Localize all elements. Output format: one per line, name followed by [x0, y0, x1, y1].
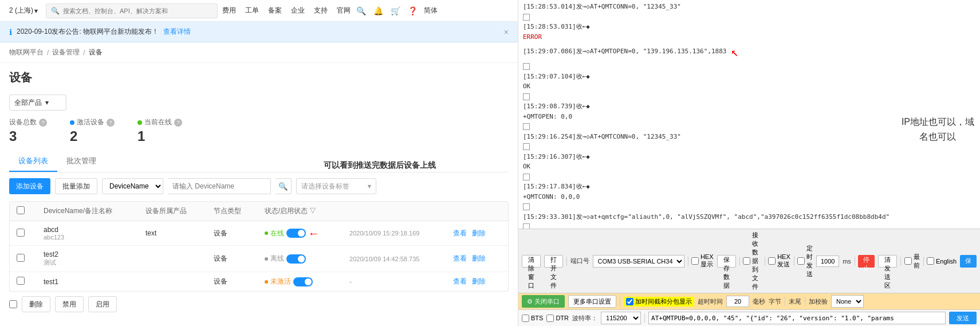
row2-view-link[interactable]: 查看: [453, 254, 467, 262]
row3-checkbox[interactable]: [17, 277, 25, 285]
timestamp-checkbox[interactable]: [626, 298, 633, 305]
nav-support[interactable]: 支持: [314, 6, 328, 15]
product-filter-label: 全部产品: [14, 98, 42, 108]
terminal-line: [15:29:08.739]收←◆: [523, 102, 975, 112]
divider12: [644, 313, 645, 323]
port-select[interactable]: COM3 USB-SERIAL CH340: [593, 255, 684, 268]
breadcrumb-device-mgmt[interactable]: 设备管理: [52, 48, 80, 57]
hex-send-label: HEX发送: [777, 253, 790, 269]
product-filter[interactable]: 全部产品 ▾: [9, 95, 66, 111]
receive-file-checkbox[interactable]: [743, 257, 750, 265]
search-field-select[interactable]: DeviceName: [102, 178, 163, 194]
nav-fees[interactable]: 费用: [222, 6, 236, 15]
send-content-input[interactable]: [648, 312, 946, 324]
toggle-row3[interactable]: [293, 277, 313, 286]
row1-view-link[interactable]: 查看: [453, 229, 467, 237]
check-type-select[interactable]: None: [831, 295, 864, 308]
tab-batch-mgmt[interactable]: 批次管理: [57, 151, 105, 172]
english-checkbox[interactable]: [927, 257, 934, 265]
stat-total-info[interactable]: ?: [39, 119, 47, 127]
row3-status: 未激活: [258, 272, 343, 292]
stat-online-value: 1: [137, 128, 182, 144]
row3-delete-link[interactable]: 删除: [472, 277, 486, 285]
search-input[interactable]: [63, 7, 212, 14]
nav-ticket[interactable]: 工单: [245, 6, 259, 15]
nav-beian[interactable]: 备案: [268, 6, 282, 15]
timestamp-label: 加时间截和分包显示: [635, 297, 692, 306]
announce-link[interactable]: 查看详情: [163, 27, 191, 37]
row2-delete-link[interactable]: 删除: [472, 254, 486, 262]
close-port-btn[interactable]: ⚙ 关闭串口: [522, 295, 565, 308]
timed-value-input[interactable]: [816, 256, 839, 267]
save-short-btn[interactable]: 保: [960, 255, 977, 268]
row2-node-type: 设备: [207, 246, 258, 272]
disable-button[interactable]: 禁用: [55, 296, 84, 312]
stat-online-info[interactable]: ?: [174, 119, 182, 127]
toggle-row2[interactable]: [286, 254, 306, 264]
help-icon[interactable]: ❓: [407, 5, 418, 17]
stop-btn[interactable]: 停止: [858, 255, 875, 268]
announce-close-btn[interactable]: ×: [504, 28, 509, 37]
stat-active-info[interactable]: ?: [107, 119, 115, 127]
device-table: DeviceName/备注名称 设备所属产品 节点类型 状态/启用状态 ▽: [9, 201, 509, 292]
bottom-select-all[interactable]: [9, 300, 17, 308]
terminal-line: [15:28:53.014]发→◇AT+QMTCONN=0, "12345_33…: [523, 2, 975, 12]
search-device-input[interactable]: [168, 178, 271, 194]
announce-text: 2020-09-10发布公告: 物联网平台新功能发布！: [17, 27, 159, 37]
bts-checkbox[interactable]: [522, 315, 529, 322]
send-btn[interactable]: 发送: [949, 312, 977, 324]
search-icon-btn[interactable]: 🔍: [355, 5, 367, 17]
clear-window-btn[interactable]: 清除窗口: [522, 255, 541, 268]
row3-product: [139, 272, 207, 292]
search-bar[interactable]: 🔍: [46, 3, 218, 18]
bytes-label: 字节: [769, 297, 781, 306]
cart-icon[interactable]: 🛒: [389, 5, 401, 17]
terminal-line: [15:29:16.307]收←◆: [523, 152, 975, 162]
tab-device-list[interactable]: 设备列表: [9, 151, 57, 172]
th-status: 状态/启用状态 ▽: [258, 202, 343, 221]
nav-items: 费用 工单 备案 企业 支持 官网: [222, 6, 351, 15]
prev-checkbox[interactable]: [904, 257, 912, 265]
row1-delete-link[interactable]: 删除: [472, 229, 486, 237]
timed-send-checkbox[interactable]: [797, 257, 805, 265]
row2-checkbox[interactable]: [17, 254, 25, 262]
row3-view-link[interactable]: 查看: [453, 277, 467, 285]
timeout-input[interactable]: [726, 296, 749, 307]
th-node-type: 节点类型: [207, 202, 258, 221]
tag-selector[interactable]: 请选择设备标签 ▾: [296, 178, 376, 194]
status-dot-online: [265, 231, 268, 235]
stat-online: 当前在线 ? 1: [137, 117, 182, 144]
dtr-checkbox[interactable]: [546, 315, 554, 322]
search-button[interactable]: 🔍: [275, 178, 292, 194]
terminal-output[interactable]: [15:28:53.014]发→◇AT+QMTCONN=0, "12345_33…: [518, 0, 980, 229]
bell-icon[interactable]: 🔔: [372, 5, 384, 17]
row1-checkbox[interactable]: [17, 229, 25, 237]
nav-enterprise[interactable]: 企业: [291, 6, 305, 15]
th-actions: [446, 202, 508, 221]
nav-official[interactable]: 官网: [337, 6, 351, 15]
clear-send-btn[interactable]: 清发送区: [878, 255, 897, 268]
add-device-button[interactable]: 添加设备: [9, 178, 50, 194]
receive-file-label: 接收数据到文件: [752, 231, 761, 291]
breadcrumb-iot[interactable]: 物联网平台: [9, 48, 44, 57]
more-settings-btn[interactable]: 更多串口设置: [568, 295, 616, 308]
row3-device-name: test1: [37, 272, 139, 292]
enable-button[interactable]: 启用: [88, 296, 117, 312]
baudrate-select[interactable]: 115200: [601, 312, 641, 324]
region-dropdown-icon[interactable]: ▾: [34, 7, 38, 15]
language-switch[interactable]: 简体: [424, 6, 438, 15]
red-arrow-terminal: ↗: [731, 42, 738, 61]
stats-row: 设备总数 ? 3 激活设备 ? 2 当前在线: [9, 115, 509, 151]
row3-actions: 查看 删除: [446, 272, 508, 292]
hex-display-checkbox[interactable]: [691, 257, 699, 265]
terminal-line: [15:29:17.834]收←◆: [523, 182, 975, 192]
region-selector[interactable]: 2 (上海) ▾: [6, 5, 41, 17]
terminal-line: [523, 172, 975, 182]
batch-add-button[interactable]: 批量添加: [55, 178, 97, 194]
toggle-row1[interactable]: [286, 229, 306, 238]
save-data-btn[interactable]: 保存数据: [717, 255, 736, 268]
delete-button[interactable]: 删除: [22, 296, 50, 312]
open-file-btn[interactable]: 打开文件: [544, 255, 563, 268]
hex-send-checkbox[interactable]: [768, 257, 776, 265]
select-all-checkbox[interactable]: [17, 206, 25, 214]
